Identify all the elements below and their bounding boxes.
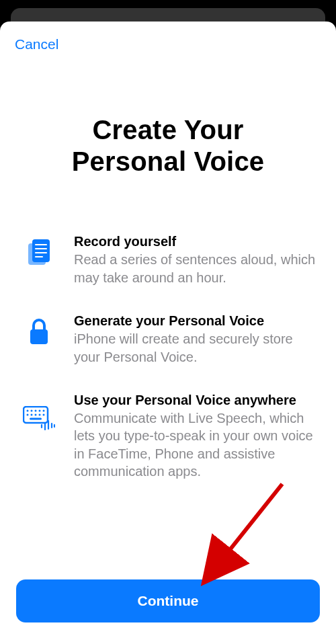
feature-title: Use your Personal Voice anywhere (74, 393, 316, 408)
title-line1: Create Your (92, 115, 243, 145)
title-line2: Personal Voice (72, 147, 265, 176)
keyboard-voice-icon (23, 393, 55, 430)
modal-sheet: Cancel Create Your Personal Voice Record… (0, 22, 336, 644)
svg-point-16 (39, 413, 41, 415)
feature-subtitle: Communicate with Live Speech, which lets… (74, 409, 316, 481)
feature-record: Record yourself Read a series of sentenc… (23, 234, 316, 286)
feature-list: Record yourself Read a series of sentenc… (0, 234, 336, 480)
lock-icon (23, 313, 55, 347)
svg-rect-18 (30, 417, 42, 419)
svg-point-15 (35, 413, 37, 415)
page-title: Create Your Personal Voice (0, 114, 336, 177)
svg-point-10 (35, 409, 37, 411)
feature-title: Record yourself (74, 234, 316, 249)
feature-subtitle: iPhone will create and securely store yo… (74, 330, 316, 366)
svg-point-14 (31, 413, 33, 415)
svg-point-11 (39, 409, 41, 411)
cancel-button[interactable]: Cancel (15, 32, 58, 56)
top-bar: Cancel (0, 22, 336, 56)
feature-generate: Generate your Personal Voice iPhone will… (23, 313, 316, 366)
feature-use-anywhere: Use your Personal Voice anywhere Communi… (23, 393, 316, 481)
svg-point-13 (27, 413, 29, 415)
svg-point-17 (43, 413, 45, 415)
continue-button[interactable]: Continue (16, 579, 320, 622)
svg-point-8 (27, 409, 29, 411)
svg-rect-1 (32, 239, 50, 262)
svg-point-12 (43, 409, 45, 411)
feature-subtitle: Read a series of sentences aloud, which … (74, 251, 316, 286)
document-icon (23, 234, 55, 268)
feature-title: Generate your Personal Voice (74, 313, 316, 329)
svg-rect-6 (30, 329, 48, 344)
svg-point-9 (31, 409, 33, 411)
